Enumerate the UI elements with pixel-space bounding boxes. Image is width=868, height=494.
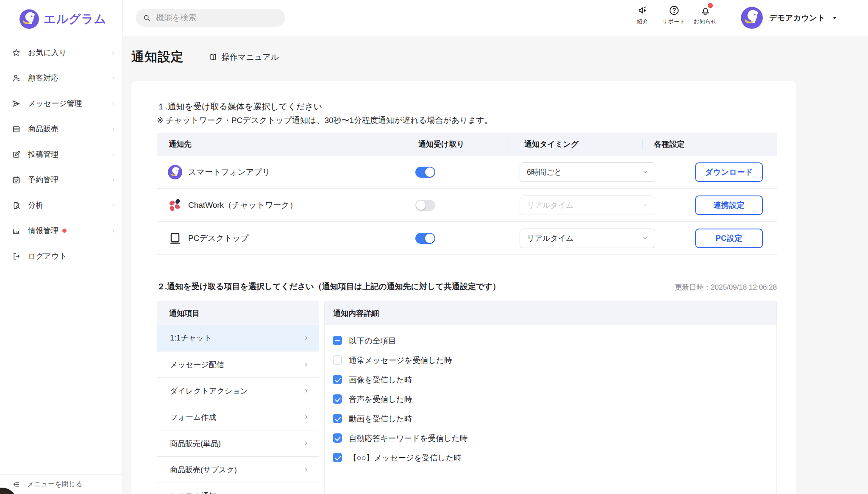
sidebar-item-product-sales[interactable]: 商品販売 [0,116,122,142]
menu-close-label: メニューを閉じる [27,480,82,489]
notification-toggle[interactable] [415,167,435,178]
checkbox[interactable] [333,375,342,384]
timing-select[interactable]: リアルタイム [520,195,655,215]
megaphone-icon [637,5,648,16]
checkbox[interactable] [333,336,342,345]
notify-menu-item[interactable]: 商品販売(単品) [157,430,319,456]
setting-button[interactable]: 連携設定 [695,195,763,215]
checkbox[interactable] [333,453,342,462]
search-icon [142,14,151,22]
notify-items-header: 通知項目 [157,302,319,325]
section1-note: ※ チャットワーク・PCデスクトップ通知は、30秒〜1分程度通知が遅れる場合があ… [157,115,777,126]
section1-heading: １.通知を受け取る媒体を選択してください [157,100,777,112]
media-row: PCデスクトップ リアルタイム PC設定 [157,222,777,255]
notification-toggle[interactable] [415,200,435,211]
checkbox[interactable] [333,433,342,443]
chevron-right-icon [111,50,116,56]
badge-dot [708,3,713,8]
chatwork-icon [168,198,182,212]
notification-toggle[interactable] [415,233,435,244]
star-icon [12,48,21,57]
chevron-right-icon [111,152,116,157]
chart-icon [12,226,21,235]
analysis-icon [12,201,21,210]
sidebar-item-customer-support[interactable]: 顧客対応 [0,65,122,91]
notify-detail-column: 通知内容詳細 以下の全項目 通常メッセージを受信した時 画像を受信した時 音声を… [324,301,777,494]
topbar: 紹介 サポート お知らせ デモアカウント [123,0,868,36]
chevron-right-icon [303,440,309,447]
customer-icon [12,74,21,83]
menu-close-button[interactable]: メニューを閉じる [0,474,122,494]
sidebar-item-logout[interactable]: ログアウト [0,243,122,269]
elgram-app-icon [168,165,182,179]
chevron-right-icon [303,335,309,341]
items-table: 通知項目 1:1チャット メッセージ配信 ダイレクトアクション フォーム作成 商… [157,301,777,494]
media-row: ChatWork（チャットワーク） リアルタイム 連携設定 [157,189,777,222]
caret-down-icon [832,15,838,21]
checkbox[interactable] [333,414,342,423]
notify-menu-item[interactable]: システム通知 [157,483,319,494]
sidebar-footer: メニューを閉じる [0,474,122,494]
sidebar-item-info-management[interactable]: 情報管理 [0,218,122,243]
updated-timestamp: 更新日時：2025/09/18 12:06:28 [675,282,777,292]
checkbox-row: 以下の全項目 [333,331,776,350]
column-header: 通知先 [157,133,405,156]
media-table: 通知先 通知受け取り 通知タイミング 各種設定 スマートフォンアプリ 6時間ごと… [157,133,777,255]
app-logo[interactable]: エルグラム [19,9,122,29]
checkbox[interactable] [333,355,342,365]
timing-select[interactable]: 6時間ごと [520,162,655,182]
checkbox-row: 通常メッセージを受信した時 [333,350,776,370]
main-content: 通知設定 操作マニュアル １.通知を受け取る媒体を選択してください ※ チャット… [123,36,868,494]
sidebar-item-post-management[interactable]: 投稿管理 [0,142,122,167]
notification-dot [62,229,67,233]
page-header: 通知設定 操作マニュアル [131,48,868,66]
checkbox-row: 【○○】メッセージを受信した時 [333,448,776,467]
page-title: 通知設定 [131,48,184,66]
send-icon [12,99,21,108]
notify-menu-item[interactable]: メッセージ配信 [157,351,319,377]
setting-button[interactable]: ダウンロード [695,162,763,182]
notify-detail-header: 通知内容詳細 [325,302,776,325]
intro-button[interactable]: 紹介 [631,5,654,25]
checkbox[interactable] [333,394,342,404]
manual-link[interactable]: 操作マニュアル [209,52,279,63]
notify-menu-item[interactable]: 1:1チャット [157,325,319,351]
chevron-right-icon [111,75,116,81]
sidebar-item-message-management[interactable]: メッセージ管理 [0,91,122,116]
checkbox-row: 音声を受信した時 [333,389,776,409]
logout-icon [12,252,21,261]
account-menu[interactable]: デモアカウント [741,7,838,29]
support-button[interactable]: サポート [662,5,686,25]
calendar-icon [12,176,21,184]
notify-menu-item[interactable]: フォーム作成 [157,404,319,430]
chevron-right-icon [303,466,309,473]
chevron-right-icon [111,228,116,234]
media-table-header: 通知先 通知受け取り 通知タイミング 各種設定 [157,133,777,156]
topbar-actions: 紹介 サポート お知らせ [631,5,717,25]
notify-menu-item[interactable]: 商品販売(サブスク) [157,456,319,483]
account-name: デモアカウント [769,13,825,23]
chevron-right-icon [111,177,116,183]
search-input[interactable] [155,13,274,23]
setting-button[interactable]: PC設定 [695,229,763,248]
avatar [741,7,763,29]
book-icon [209,53,218,62]
notify-menu-item[interactable]: ダイレクトアクション [157,377,319,404]
timing-select[interactable]: リアルタイム [520,229,655,248]
column-header: 通知受け取り [405,133,509,156]
notify-items-column: 通知項目 1:1チャット メッセージ配信 ダイレクトアクション フォーム作成 商… [157,301,319,494]
sidebar-item-favorites[interactable]: お気に入り [0,40,122,65]
search-box [136,9,285,27]
store-icon [12,125,21,134]
column-header: 通知タイミング [509,133,642,156]
settings-card: １.通知を受け取る媒体を選択してください ※ チャットワーク・PCデスクトップ通… [131,81,796,494]
section2-header-row: ２.通知を受け取る項目を選択してください（通知項目は上記の通知先に対して共通設定… [157,281,777,292]
chevron-right-icon [303,388,309,394]
menu-collapse-icon [12,480,20,488]
sidebar-item-reservation-management[interactable]: 予約管理 [0,167,122,193]
chevron-right-icon [303,414,309,420]
news-button[interactable]: お知らせ [693,5,717,25]
chevron-right-icon [303,361,309,368]
sidebar-item-analysis[interactable]: 分析 [0,193,122,218]
sidebar: エルグラム お気に入り 顧客対応 メッセージ管理 商品販売 投稿管理 予約管理 … [0,0,123,494]
